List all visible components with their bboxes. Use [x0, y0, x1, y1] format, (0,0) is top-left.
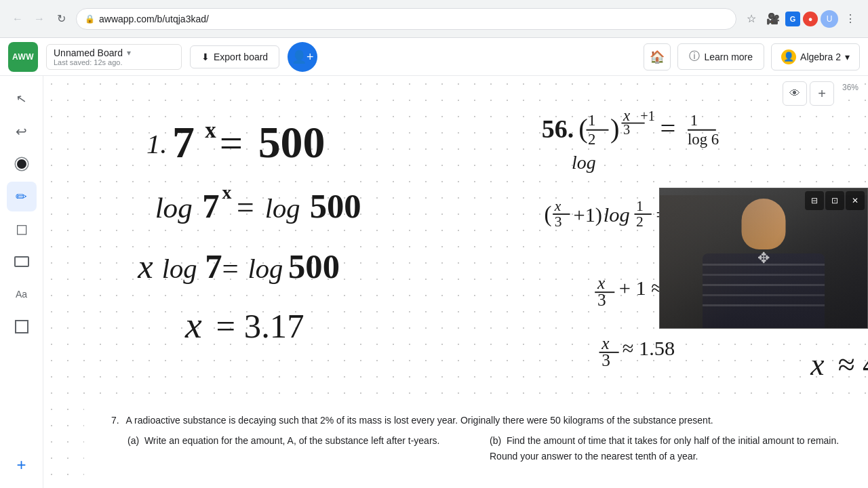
board-name-text: Unnamed Board ▾ [54, 47, 174, 58]
algebra-avatar: 👤 [781, 49, 796, 64]
svg-text:7: 7 [205, 247, 222, 285]
svg-text:7: 7 [202, 187, 219, 225]
text-icon: Aa [16, 289, 27, 300]
nav-buttons: ← → ↻ [8, 9, 71, 28]
back-button[interactable]: ← [8, 9, 27, 28]
pen-icon: ✏ [16, 188, 27, 205]
worksheet-part-a: (a) Write an equation for the amount, A,… [127, 433, 479, 464]
svg-text:2: 2 [588, 131, 595, 148]
svg-text:≈ 1.58: ≈ 1.58 [623, 337, 675, 360]
reload-button[interactable]: ↻ [52, 9, 71, 28]
svg-text:x: x [623, 107, 630, 124]
menu-button[interactable]: ⋮ [841, 9, 860, 28]
export-board-button[interactable]: ⬇ Export board [190, 45, 279, 68]
header-right: 🏠 ⓘ Learn more 👤 Algebra 2 ▾ [644, 43, 860, 70]
video-button[interactable]: 🎥 [764, 9, 783, 28]
worksheet-problem: 7. A radioactive substance is decaying s… [111, 413, 841, 464]
select-icon: ↖ [15, 91, 28, 107]
svg-text:500: 500 [288, 247, 340, 285]
worksheet-area: 7. A radioactive substance is decaying s… [84, 399, 868, 488]
add-people-icon: 👤+ [292, 49, 314, 64]
add-icon: + [16, 455, 26, 474]
extension-2: ● [803, 12, 818, 26]
undo-icon: ↩ [16, 123, 27, 140]
webcam-close-button[interactable]: ✕ [846, 191, 865, 210]
board-name-dropdown[interactable]: Unnamed Board ▾ Last saved: 12s ago. [46, 44, 182, 70]
svg-text:56.: 56. [542, 115, 574, 143]
info-icon: ⓘ [689, 49, 700, 64]
svg-text:3: 3 [555, 214, 562, 230]
text-tool[interactable]: Aa [7, 279, 37, 309]
learn-more-button[interactable]: ⓘ Learn more [677, 43, 764, 70]
svg-text:x: x [554, 198, 561, 214]
svg-text:3: 3 [601, 350, 610, 369]
webcam-pip-button[interactable]: ⊟ [805, 191, 824, 210]
address-bar[interactable]: 🔒 awwapp.com/b/utqja3kad/ [76, 8, 736, 30]
algebra-dropdown-arrow: ▾ [845, 52, 850, 62]
select-tool[interactable]: ↖ [7, 84, 37, 114]
svg-text:x: x [137, 247, 153, 285]
svg-text:(: ( [578, 113, 588, 144]
sticky-icon [15, 320, 28, 333]
svg-text:500: 500 [310, 187, 361, 225]
shape-icon [14, 256, 29, 267]
learn-more-label: Learn more [704, 52, 753, 62]
browser-chrome: ← → ↻ 🔒 awwapp.com/b/utqja3kad/ ☆ 🎥 G ● … [0, 0, 868, 38]
svg-text:): ) [610, 113, 620, 144]
svg-text:=: = [220, 121, 243, 166]
svg-text:x: x [184, 304, 202, 346]
svg-text:log: log [162, 253, 197, 284]
undo-tool[interactable]: ↩ [7, 117, 37, 146]
export-icon: ⬇ [201, 52, 210, 62]
shape-tool[interactable] [7, 247, 37, 277]
canvas-area[interactable]: 👁 + 36% 1. 7 x = 500 log 7 x = log 500 [43, 76, 868, 488]
eraser-tool[interactable]: ◻ [7, 214, 37, 244]
webcam-controls: ⊟ ⊡ ✕ [802, 188, 867, 213]
webcam-expand-button[interactable]: ⊡ [825, 191, 844, 210]
add-people-button[interactable]: 👤+ [288, 42, 317, 72]
algebra-button[interactable]: 👤 Algebra 2 ▾ [771, 43, 860, 70]
move-cursor-icon: ✥ [757, 249, 770, 267]
svg-text:3: 3 [623, 122, 630, 137]
svg-text:+1): +1) [574, 203, 602, 226]
algebra-label: Algebra 2 [800, 52, 841, 62]
problem-number: 7. A radioactive substance is decaying s… [111, 415, 713, 426]
left-toolbar: ↖ ↩ ✏ ◻ Aa + [0, 76, 43, 488]
svg-text:log: log [248, 253, 283, 284]
svg-text:=: = [237, 190, 254, 224]
home-icon: 🏠 [650, 49, 665, 64]
worksheet-parts: (a) Write an equation for the amount, A,… [127, 433, 841, 464]
svg-text:log: log [155, 192, 193, 224]
aww-logo: AWW [8, 42, 38, 72]
webcam-overlay: ✥ ⊟ ⊡ ✕ [659, 188, 868, 329]
svg-text:x: x [222, 182, 231, 203]
color-tool[interactable] [7, 149, 37, 179]
browser-actions: ☆ 🎥 G ● U ⋮ [742, 9, 860, 28]
color-dot [16, 158, 28, 170]
forward-button[interactable]: → [30, 9, 49, 28]
home-button[interactable]: 🏠 [644, 43, 671, 70]
board-dropdown-arrow: ▾ [127, 48, 131, 58]
lock-icon: 🔒 [85, 14, 95, 24]
add-tool-button[interactable]: + [7, 450, 37, 480]
app-header: AWW Unnamed Board ▾ Last saved: 12s ago.… [0, 38, 868, 76]
svg-text:log: log [604, 203, 630, 226]
svg-text:1: 1 [636, 198, 644, 214]
export-label: Export board [214, 52, 268, 62]
svg-text:=: = [222, 252, 238, 284]
svg-text:x: x [810, 347, 824, 382]
bookmark-button[interactable]: ☆ [742, 9, 761, 28]
svg-text:3: 3 [597, 290, 606, 309]
pen-tool[interactable]: ✏ [7, 182, 37, 211]
svg-text:1.: 1. [146, 129, 167, 159]
sticky-tool[interactable] [7, 312, 37, 342]
svg-text:1: 1 [588, 112, 595, 129]
svg-text:500: 500 [258, 117, 326, 167]
profile-avatar[interactable]: U [821, 10, 838, 28]
board-subtitle: Last saved: 12s ago. [54, 58, 174, 66]
extension-1: G [785, 12, 800, 26]
svg-text:1: 1 [690, 112, 698, 129]
svg-text:=: = [660, 113, 675, 144]
svg-text:x: x [205, 118, 216, 142]
svg-text:log: log [572, 152, 596, 173]
